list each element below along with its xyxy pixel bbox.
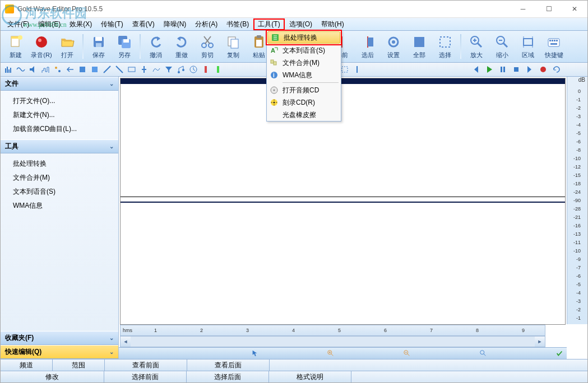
toolbar-saveas-button[interactable]: 另存	[112, 32, 137, 61]
svg-point-84	[274, 90, 275, 91]
wave-icon[interactable]	[15, 64, 26, 75]
dd-text-to-speech[interactable]: A 文本到语音(S)	[267, 44, 341, 57]
mixer-icon[interactable]	[52, 64, 63, 75]
tab-channel[interactable]: 频道	[1, 359, 53, 371]
db-tick: 0	[567, 88, 587, 94]
menu-bookmark[interactable]: 书签(B)	[222, 18, 253, 30]
toolbar-zoomout-button[interactable]: 缩小	[489, 32, 515, 61]
svg-point-57	[182, 69, 184, 71]
sidebar-tool-item[interactable]: 文本到语音(S)	[1, 185, 118, 199]
toolbar-save-button[interactable]: 保存	[86, 32, 112, 61]
sidebar-file-item[interactable]: 加载音频CD曲目(L)...	[1, 122, 118, 136]
vol-icon[interactable]	[27, 64, 39, 75]
zoom-in-action-icon[interactable]	[326, 348, 336, 358]
menu-transfer[interactable]: 传输(T)	[96, 18, 127, 30]
menu-effects[interactable]: 效果(X)	[65, 18, 96, 30]
sidebar-tools-header[interactable]: 工具 ⌄	[1, 139, 118, 153]
toolbar-redo-button[interactable]: 重做	[169, 32, 195, 61]
sidebar-file-item[interactable]: 新建文件(N)...	[1, 108, 118, 122]
dd-batch-convert[interactable]: 批处理转换	[267, 31, 340, 44]
toolbar-paste-label: 粘贴	[253, 51, 265, 59]
time-ruler[interactable]: hms 123456789	[120, 325, 545, 336]
menu-edit[interactable]: 编辑(E)	[34, 18, 65, 30]
filter-icon[interactable]	[163, 64, 174, 75]
horizontal-scrollbar[interactable]: ◄ ►	[120, 336, 545, 347]
mark1-icon[interactable]	[200, 64, 211, 75]
normalize-icon[interactable]	[126, 64, 137, 75]
blue2-icon[interactable]	[89, 64, 100, 75]
pause-icon[interactable]	[497, 64, 509, 75]
cursor-icon[interactable]	[351, 64, 363, 75]
toolbar-shortcut-button[interactable]: 快捷键	[541, 32, 567, 61]
freq-icon[interactable]	[40, 64, 51, 75]
dd-file-merge[interactable]: 文件合并(M)	[267, 57, 341, 69]
pitch-icon[interactable]	[175, 64, 187, 75]
mark2-icon[interactable]	[212, 64, 224, 75]
sidebar-tool-item[interactable]: 批处理转换	[1, 157, 118, 171]
db-tick: -18	[567, 181, 587, 186]
sidebar-quickedit-header[interactable]: 快速编辑(Q) ⌄	[1, 345, 118, 359]
sidebar-file-header[interactable]: 文件 ⌄	[1, 77, 118, 91]
check-action-icon[interactable]	[554, 348, 564, 358]
env-icon[interactable]	[151, 64, 162, 75]
skip-start-icon[interactable]	[470, 64, 482, 75]
fade2-icon[interactable]	[114, 64, 125, 75]
minimize-button[interactable]: ─	[510, 1, 536, 17]
waveform-display[interactable]	[120, 78, 566, 325]
skip-end-icon[interactable]	[524, 64, 536, 75]
toolbar-copy-button[interactable]: 复制	[220, 32, 246, 61]
tab-range[interactable]: 范围	[53, 359, 105, 371]
time-icon[interactable]	[188, 64, 199, 75]
sidebar-tool-item[interactable]: 文件合并(M)	[1, 171, 118, 185]
menu-analyze[interactable]: 分析(A)	[191, 18, 222, 30]
toolbar-cut-button[interactable]: 剪切	[195, 32, 220, 61]
sidebar-file-item[interactable]: 打开文件(O)...	[1, 94, 118, 108]
loop-icon[interactable]	[550, 64, 563, 75]
menu-view[interactable]: 查看(V)	[128, 18, 159, 30]
record-small-icon[interactable]	[537, 64, 549, 75]
menu-options[interactable]: 选项(O)	[285, 18, 317, 30]
toolbar-undo-button[interactable]: 撤消	[143, 32, 169, 61]
menu-tools[interactable]: 工具(T)	[253, 18, 284, 30]
stop-icon[interactable]	[510, 64, 522, 75]
dd-opencd-label: 打开音频CD	[283, 86, 336, 95]
cursor-action-icon[interactable]	[250, 348, 260, 358]
menu-help[interactable]: 帮助(H)	[317, 18, 349, 30]
scroll-left-button[interactable]: ◄	[121, 337, 131, 347]
dd-disc-eraser[interactable]: 光盘橡皮擦	[267, 109, 341, 121]
amp-icon[interactable]	[138, 64, 150, 75]
zoom-sel-action-icon[interactable]	[478, 348, 488, 358]
menu-file[interactable]: 文件(F)	[3, 18, 34, 30]
play-icon[interactable]	[483, 64, 496, 75]
fade-icon[interactable]	[101, 64, 113, 75]
toolbar-zoomin-button[interactable]: 放大	[464, 32, 489, 61]
tab-modify[interactable]: 修改	[1, 371, 104, 382]
menu-denoise[interactable]: 降噪(N)	[159, 18, 191, 30]
eq-icon[interactable]	[3, 64, 14, 75]
toolbar-open-button[interactable]: 打开	[54, 32, 80, 61]
dd-wma-info[interactable]: i WMA信息	[267, 69, 341, 81]
toolbar-record-button[interactable]: 录音(R)	[29, 32, 54, 61]
dd-open-audio-cd[interactable]: 打开音频CD	[267, 84, 341, 96]
toolbar-selafter-button[interactable]: 选后	[355, 32, 381, 61]
tab-view-back[interactable]: 查看后面	[187, 359, 270, 371]
tab-select-front[interactable]: 选择前面	[104, 371, 187, 382]
rev-icon[interactable]	[64, 64, 76, 75]
toolbar-new-button[interactable]: 新建	[3, 32, 29, 61]
toolbar-region-button[interactable]: 区域	[515, 32, 541, 61]
blue1-icon[interactable]	[77, 64, 88, 75]
scroll-right-button[interactable]: ►	[535, 337, 545, 347]
dd-burn-cd[interactable]: 刻录CD(R)	[267, 96, 341, 109]
sidebar-tool-item[interactable]: WMA信息	[1, 199, 118, 213]
dd-burn-label: 刻录CD(R)	[283, 98, 336, 108]
tab-format[interactable]: 格式说明	[269, 371, 351, 382]
tab-select-back[interactable]: 选择后面	[187, 371, 269, 382]
toolbar-select-button[interactable]: 选择	[432, 32, 458, 61]
sidebar-favorites-header[interactable]: 收藏夹(F) ⌄	[1, 331, 118, 345]
tab-view-front[interactable]: 查看前面	[105, 359, 187, 371]
toolbar-all-button[interactable]: 全部	[406, 32, 432, 61]
toolbar-settings-button[interactable]: 设置	[381, 32, 406, 61]
close-button[interactable]: ✕	[562, 1, 587, 17]
zoom-out-action-icon[interactable]	[402, 348, 412, 358]
maximize-button[interactable]: ☐	[536, 1, 562, 17]
